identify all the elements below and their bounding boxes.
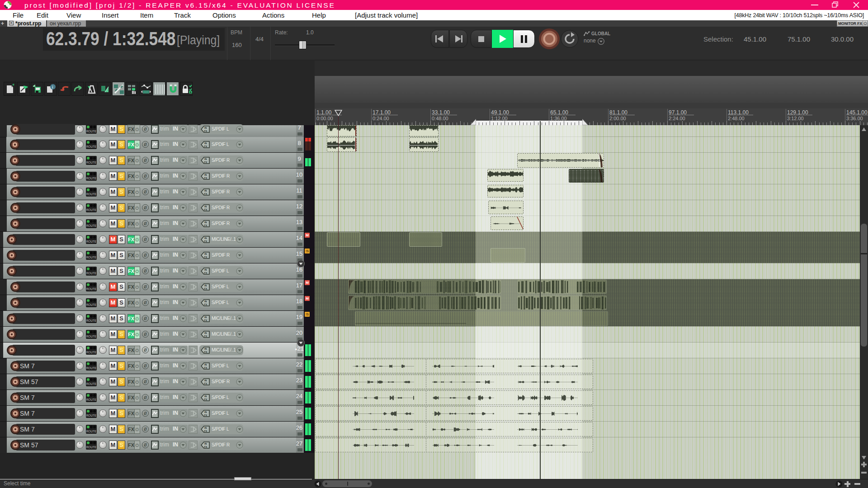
svg-text:FX: FX (204, 303, 208, 306)
svg-text:IN: IN (204, 300, 207, 303)
svg-text:IN: IN (204, 268, 207, 271)
svg-text:*: * (12, 82, 14, 89)
svg-text:IN: IN (204, 379, 207, 382)
svg-text:FX: FX (204, 335, 208, 338)
svg-text:FX: FX (204, 382, 208, 385)
svg-text:FX: FX (204, 430, 208, 432)
svg-text:FX: FX (204, 398, 208, 401)
svg-text:FX: FX (204, 208, 208, 211)
svg-text:FX: FX (204, 272, 208, 274)
svg-text:FX: FX (204, 161, 208, 164)
svg-text:IN: IN (204, 442, 207, 445)
svg-text:IN: IN (204, 427, 207, 429)
svg-text:FX: FX (204, 351, 208, 353)
svg-text:IN: IN (204, 174, 207, 176)
svg-text:IN: IN (204, 158, 207, 160)
svg-text:IN: IN (204, 284, 207, 287)
svg-text:IN: IN (204, 332, 207, 334)
svg-text:IN: IN (204, 316, 207, 319)
svg-text:FX: FX (204, 319, 208, 322)
svg-text:FX: FX (204, 130, 208, 132)
svg-text:IN: IN (204, 205, 207, 208)
svg-text:i: i (52, 85, 53, 89)
svg-text:IN: IN (204, 142, 207, 145)
svg-text:IN: IN (204, 237, 207, 239)
svg-text:IN: IN (204, 363, 207, 366)
svg-text:FX: FX (204, 414, 208, 417)
svg-text:FX: FX (204, 177, 208, 179)
svg-text:FX: FX (204, 446, 208, 448)
svg-text:FX: FX (204, 256, 208, 258)
svg-text:FX: FX (204, 240, 208, 243)
svg-text:FX: FX (204, 287, 208, 290)
svg-text:IN: IN (204, 127, 207, 129)
svg-text:IN: IN (204, 411, 207, 413)
svg-text:IN: IN (204, 395, 207, 398)
svg-text:IN: IN (204, 221, 207, 224)
svg-text:FX: FX (204, 224, 208, 227)
svg-text:FX: FX (204, 192, 208, 195)
svg-text:IN: IN (204, 189, 207, 192)
svg-text:FX: FX (204, 366, 208, 369)
svg-text:IN: IN (204, 347, 207, 350)
svg-text:FX: FX (204, 145, 208, 148)
svg-text:IN: IN (204, 253, 207, 255)
